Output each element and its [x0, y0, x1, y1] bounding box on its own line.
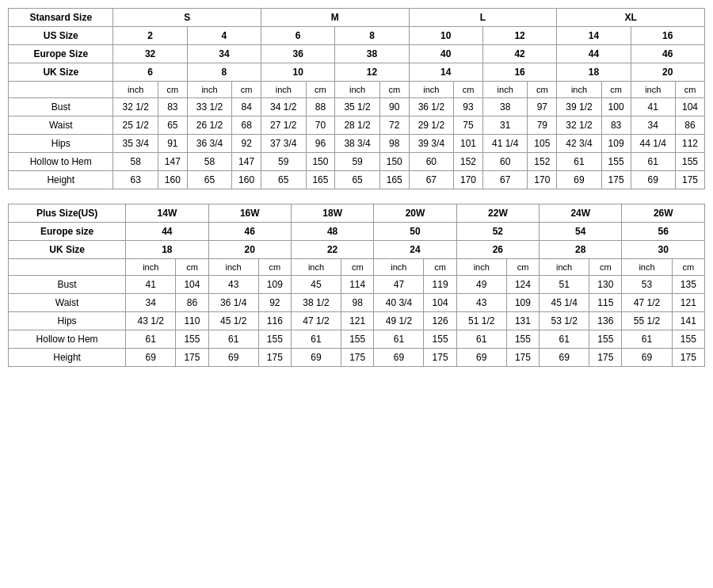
cell-value: 97 — [528, 98, 557, 116]
cell-value: 55 1/2 — [622, 312, 672, 330]
cell-value: 68 — [232, 116, 261, 135]
table-row: Hips43 1/211045 1/211647 1/212149 1/2126… — [9, 312, 705, 330]
cell-value: 175 — [676, 171, 705, 189]
cell-value: 147 — [158, 153, 187, 171]
cell-value: 47 1/2 — [622, 294, 672, 312]
plus-unit-inch-3: inch — [291, 259, 341, 276]
cell-value: 58 — [113, 153, 158, 171]
plus-unit-inch-6: inch — [540, 259, 589, 276]
cell-value: 84 — [232, 98, 261, 116]
plus-uk-24: 24 — [374, 241, 456, 259]
standard-size-xl: XL — [557, 9, 705, 27]
plus-europe-46: 46 — [208, 223, 291, 241]
cell-value: 65 — [335, 171, 379, 189]
cell-value: 155 — [258, 330, 291, 349]
cell-value: 43 — [208, 276, 258, 294]
cell-value: 175 — [589, 349, 622, 367]
unit-cm-8: cm — [676, 82, 705, 98]
unit-inch-8: inch — [631, 82, 675, 98]
unit-cm-5: cm — [454, 82, 483, 98]
cell-value: 61 — [291, 330, 341, 349]
plus-uk-20: 20 — [208, 241, 291, 259]
plus-20w: 20W — [374, 204, 456, 223]
plus-europe-50: 50 — [374, 223, 456, 241]
us-size-12: 12 — [482, 27, 556, 45]
cell-value: 25 1/2 — [113, 116, 158, 135]
cell-value: 65 — [158, 116, 187, 135]
cell-value: 32 1/2 — [113, 98, 158, 116]
cell-value: 150 — [379, 153, 409, 171]
plus-unit-cm-7: cm — [672, 259, 704, 276]
cell-value: 175 — [601, 171, 631, 189]
cell-value: 59 — [261, 153, 306, 171]
cell-value: 155 — [424, 330, 456, 349]
plus-14w: 14W — [126, 204, 208, 223]
cell-value: 47 — [374, 276, 424, 294]
cell-value: 42 3/4 — [557, 135, 601, 153]
cell-value: 69 — [631, 171, 675, 189]
cell-value: 70 — [306, 116, 335, 135]
unit-inch-6: inch — [482, 82, 527, 98]
plus-16w: 16W — [208, 204, 291, 223]
row-label: Waist — [9, 294, 126, 312]
row-label: Waist — [9, 116, 113, 135]
cell-value: 98 — [379, 135, 409, 153]
cell-value: 33 1/2 — [187, 98, 231, 116]
cell-value: 34 1/2 — [261, 98, 306, 116]
table-row: Waist25 1/26526 1/26827 1/27028 1/27229 … — [9, 116, 705, 135]
cell-value: 69 — [291, 349, 341, 367]
unit-cm-7: cm — [601, 82, 631, 98]
cell-value: 43 — [456, 294, 506, 312]
cell-value: 92 — [258, 294, 291, 312]
cell-value: 83 — [158, 98, 187, 116]
cell-value: 39 3/4 — [409, 135, 453, 153]
cell-value: 104 — [676, 98, 705, 116]
cell-value: 69 — [208, 349, 258, 367]
us-size-14: 14 — [557, 27, 631, 45]
cell-value: 160 — [158, 171, 187, 189]
plus-uk-28: 28 — [540, 241, 622, 259]
unit-inch-4: inch — [335, 82, 379, 98]
cell-value: 69 — [456, 349, 506, 367]
cell-value: 160 — [232, 171, 261, 189]
cell-value: 31 — [482, 116, 527, 135]
cell-value: 155 — [676, 153, 705, 171]
cell-value: 92 — [232, 135, 261, 153]
row-label: Bust — [9, 276, 126, 294]
uk-8: 8 — [187, 63, 261, 82]
unit-inch-5: inch — [409, 82, 453, 98]
europe-44: 44 — [557, 45, 631, 63]
cell-value: 40 3/4 — [374, 294, 424, 312]
standard-size-l: L — [409, 9, 557, 27]
us-size-6: 6 — [261, 27, 335, 45]
standard-size-s: S — [113, 9, 261, 27]
cell-value: 65 — [261, 171, 306, 189]
cell-value: 61 — [126, 330, 176, 349]
europe-32: 32 — [113, 45, 187, 63]
cell-value: 119 — [424, 276, 456, 294]
plus-europe-52: 52 — [456, 223, 539, 241]
cell-value: 35 1/2 — [335, 98, 379, 116]
cell-value: 36 3/4 — [187, 135, 231, 153]
cell-value: 165 — [379, 171, 409, 189]
cell-value: 36 1/4 — [208, 294, 258, 312]
cell-value: 61 — [374, 330, 424, 349]
cell-value: 44 1/4 — [631, 135, 675, 153]
cell-value: 155 — [176, 330, 208, 349]
cell-value: 58 — [187, 153, 231, 171]
cell-value: 150 — [306, 153, 335, 171]
cell-value: 130 — [589, 276, 622, 294]
us-size-4: 4 — [187, 27, 261, 45]
plus-europe-label: Europe size — [9, 223, 126, 241]
cell-value: 60 — [482, 153, 527, 171]
unit-inch-3: inch — [261, 82, 306, 98]
us-size-16: 16 — [631, 27, 704, 45]
cell-value: 63 — [113, 171, 158, 189]
cell-value: 45 1/2 — [208, 312, 258, 330]
plus-22w: 22W — [456, 204, 539, 223]
cell-value: 69 — [622, 349, 672, 367]
plus-unit-cm-5: cm — [506, 259, 539, 276]
cell-value: 116 — [258, 312, 291, 330]
cell-value: 61 — [557, 153, 601, 171]
table-row: Height6917569175691756917569175691756917… — [9, 349, 705, 367]
